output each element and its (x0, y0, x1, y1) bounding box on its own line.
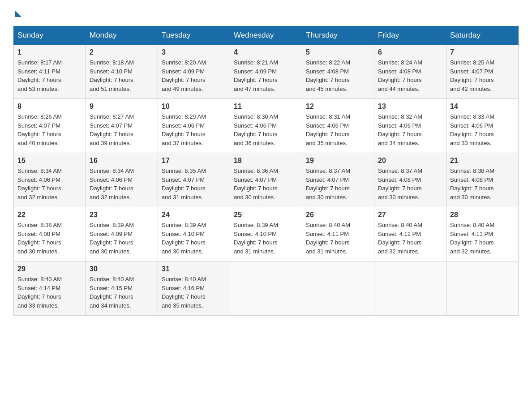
sunset-label: Sunset: 4:14 PM (17, 285, 60, 291)
day-info: Sunrise: 8:38 AM Sunset: 4:08 PM Dayligh… (450, 167, 515, 201)
sunrise-label: Sunrise: 8:37 AM (378, 167, 422, 174)
day-number: 11 (234, 103, 298, 111)
sunset-label: Sunset: 4:06 PM (234, 122, 277, 129)
daylight-label: Daylight: 7 hours (234, 185, 278, 192)
day-number: 20 (378, 157, 442, 165)
sunrise-label: Sunrise: 8:17 AM (17, 59, 62, 66)
daylight-minutes: and 32 minutes. (17, 194, 59, 201)
daylight-label: Daylight: 7 hours (17, 131, 61, 137)
day-number: 23 (90, 211, 154, 219)
sunset-label: Sunset: 4:10 PM (90, 68, 133, 75)
sunset-label: Sunset: 4:06 PM (162, 122, 205, 129)
sunrise-label: Sunrise: 8:22 AM (306, 59, 350, 66)
daylight-minutes: and 32 minutes. (90, 194, 131, 201)
sunrise-label: Sunrise: 8:37 AM (306, 167, 350, 174)
day-info: Sunrise: 8:40 AM Sunset: 4:15 PM Dayligh… (90, 275, 154, 310)
day-of-week-header: Saturday (446, 26, 519, 45)
daylight-label: Daylight: 7 hours (450, 239, 494, 246)
calendar-day-cell (230, 261, 302, 316)
sunrise-label: Sunrise: 8:40 AM (378, 222, 422, 228)
sunset-label: Sunset: 4:08 PM (17, 231, 60, 237)
daylight-minutes: and 44 minutes. (378, 86, 420, 92)
day-info: Sunrise: 8:25 AM Sunset: 4:07 PM Dayligh… (450, 58, 515, 93)
sunrise-label: Sunrise: 8:40 AM (162, 276, 206, 283)
day-info: Sunrise: 8:29 AM Sunset: 4:06 PM Dayligh… (162, 112, 226, 147)
day-of-week-header: Friday (374, 26, 446, 45)
sunrise-label: Sunrise: 8:25 AM (450, 59, 494, 66)
daylight-label: Daylight: 7 hours (306, 77, 350, 83)
day-info: Sunrise: 8:34 AM Sunset: 4:06 PM Dayligh… (17, 167, 82, 201)
sunrise-label: Sunrise: 8:27 AM (90, 113, 134, 120)
sunrise-label: Sunrise: 8:40 AM (306, 222, 350, 228)
day-number: 25 (234, 211, 298, 219)
sunrise-label: Sunrise: 8:30 AM (234, 113, 278, 120)
day-of-week-header: Sunday (14, 26, 86, 45)
daylight-label: Daylight: 7 hours (306, 185, 350, 192)
sunset-label: Sunset: 4:06 PM (450, 122, 493, 129)
day-number: 1 (17, 48, 82, 56)
daylight-minutes: and 35 minutes. (306, 140, 348, 146)
daylight-label: Daylight: 7 hours (90, 77, 133, 83)
day-info: Sunrise: 8:40 AM Sunset: 4:13 PM Dayligh… (450, 221, 515, 256)
calendar-day-cell: 29 Sunrise: 8:40 AM Sunset: 4:14 PM Dayl… (14, 261, 86, 316)
daylight-label: Daylight: 7 hours (306, 239, 350, 246)
daylight-minutes: and 42 minutes. (450, 86, 492, 92)
calendar-day-cell: 15 Sunrise: 8:34 AM Sunset: 4:06 PM Dayl… (14, 153, 86, 207)
logo-arrow-icon (15, 11, 21, 17)
calendar-day-cell: 8 Sunrise: 8:26 AM Sunset: 4:07 PM Dayli… (14, 99, 86, 153)
day-number: 13 (378, 103, 442, 111)
day-number: 18 (234, 157, 298, 165)
calendar-week-row: 15 Sunrise: 8:34 AM Sunset: 4:06 PM Dayl… (14, 153, 519, 207)
calendar-day-cell: 24 Sunrise: 8:39 AM Sunset: 4:10 PM Dayl… (158, 207, 230, 261)
day-info: Sunrise: 8:20 AM Sunset: 4:09 PM Dayligh… (162, 58, 226, 93)
daylight-label: Daylight: 7 hours (17, 185, 61, 192)
day-info: Sunrise: 8:27 AM Sunset: 4:07 PM Dayligh… (90, 112, 154, 147)
sunrise-label: Sunrise: 8:34 AM (90, 167, 134, 174)
daylight-minutes: and 32 minutes. (450, 248, 492, 255)
day-number: 15 (17, 157, 82, 165)
day-info: Sunrise: 8:30 AM Sunset: 4:06 PM Dayligh… (234, 112, 298, 147)
day-of-week-header: Monday (86, 26, 158, 45)
sunset-label: Sunset: 4:13 PM (450, 231, 493, 237)
daylight-minutes: and 35 minutes. (162, 302, 203, 309)
calendar-day-cell: 1 Sunrise: 8:17 AM Sunset: 4:11 PM Dayli… (14, 45, 86, 99)
daylight-minutes: and 31 minutes. (234, 248, 275, 255)
daylight-label: Daylight: 7 hours (90, 185, 133, 192)
daylight-label: Daylight: 7 hours (162, 77, 206, 83)
sunrise-label: Sunrise: 8:20 AM (162, 59, 206, 66)
daylight-label: Daylight: 7 hours (378, 185, 422, 192)
sunset-label: Sunset: 4:06 PM (17, 176, 60, 183)
calendar-day-cell: 16 Sunrise: 8:34 AM Sunset: 4:06 PM Dayl… (86, 153, 158, 207)
calendar-day-cell: 26 Sunrise: 8:40 AM Sunset: 4:11 PM Dayl… (302, 207, 374, 261)
day-number: 22 (17, 211, 82, 219)
daylight-label: Daylight: 7 hours (234, 131, 278, 137)
day-number: 27 (378, 211, 442, 219)
day-number: 7 (450, 48, 515, 56)
day-number: 30 (90, 265, 154, 273)
day-number: 24 (162, 211, 226, 219)
calendar-week-row: 8 Sunrise: 8:26 AM Sunset: 4:07 PM Dayli… (14, 99, 519, 153)
sunset-label: Sunset: 4:08 PM (378, 176, 421, 183)
day-info: Sunrise: 8:37 AM Sunset: 4:07 PM Dayligh… (306, 167, 370, 201)
day-info: Sunrise: 8:22 AM Sunset: 4:08 PM Dayligh… (306, 58, 370, 93)
sunrise-label: Sunrise: 8:39 AM (234, 222, 278, 228)
daylight-minutes: and 31 minutes. (306, 248, 348, 255)
day-number: 14 (450, 103, 515, 111)
calendar-day-cell: 17 Sunrise: 8:35 AM Sunset: 4:07 PM Dayl… (158, 153, 230, 207)
sunrise-label: Sunrise: 8:36 AM (234, 167, 278, 174)
daylight-label: Daylight: 7 hours (378, 131, 422, 137)
day-info: Sunrise: 8:40 AM Sunset: 4:14 PM Dayligh… (17, 275, 82, 310)
sunrise-label: Sunrise: 8:40 AM (17, 276, 62, 283)
sunset-label: Sunset: 4:07 PM (306, 176, 349, 183)
sunrise-label: Sunrise: 8:21 AM (234, 59, 278, 66)
day-info: Sunrise: 8:35 AM Sunset: 4:07 PM Dayligh… (162, 167, 226, 201)
sunrise-label: Sunrise: 8:39 AM (162, 222, 206, 228)
day-number: 26 (306, 211, 370, 219)
daylight-minutes: and 36 minutes. (234, 140, 275, 146)
day-number: 16 (90, 157, 154, 165)
sunset-label: Sunset: 4:06 PM (306, 122, 349, 129)
calendar-day-cell: 18 Sunrise: 8:36 AM Sunset: 4:07 PM Dayl… (230, 153, 302, 207)
daylight-minutes: and 53 minutes. (17, 86, 59, 92)
daylight-minutes: and 30 minutes. (234, 194, 275, 201)
sunset-label: Sunset: 4:09 PM (90, 231, 133, 237)
